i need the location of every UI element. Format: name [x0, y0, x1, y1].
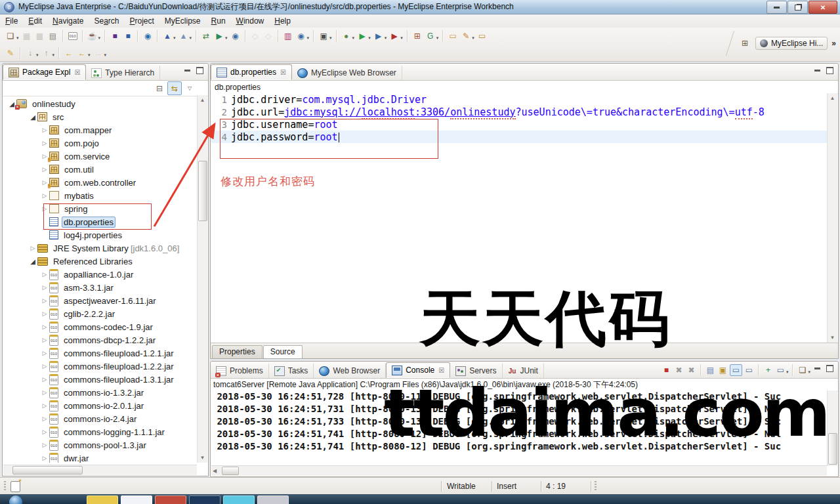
tree-item-commons-io-1-3-2-jar[interactable]: ▷010commons-io-1.3.2.jar	[3, 386, 197, 399]
run-history-icon[interactable]: ▶	[373, 30, 385, 42]
close-tab-icon[interactable]: ☒	[438, 367, 444, 374]
menu-project[interactable]: Project	[124, 15, 159, 27]
expand-icon[interactable]: ▷	[40, 429, 49, 435]
close-tab-icon[interactable]: ☒	[280, 69, 286, 76]
forward-history-icon-dropdown[interactable]: ▾	[104, 52, 107, 58]
expand-icon[interactable]: ▷	[40, 297, 49, 304]
perspective-myeclipse-button[interactable]: MyEclipse Hi...	[755, 37, 828, 50]
explorer-tab-type-hierarch[interactable]: Type Hierarch	[86, 66, 160, 80]
tree-item-commons-fileupload-1-2-1-jar[interactable]: ▷010commons-fileupload-1.2.1.jar	[3, 346, 197, 360]
run-secure-icon-dropdown[interactable]: ▾	[400, 35, 403, 41]
binary-file-icon[interactable]: 010	[67, 30, 79, 42]
expand-icon[interactable]: ▷	[28, 245, 37, 251]
tree-item-commons-logging-1-1-1-jar[interactable]: ▷010commons-logging-1.1.1.jar	[3, 425, 197, 438]
tree-item-asm-3-3-1-jar[interactable]: ▷010asm-3.3.1.jar	[3, 281, 197, 294]
launch-shortcut-icon[interactable]	[10, 481, 20, 492]
new-class-wizard-icon-dropdown[interactable]: ▾	[173, 35, 176, 41]
editor-maximize-icon[interactable]	[824, 66, 835, 75]
explorer-minimize-icon[interactable]	[182, 66, 193, 75]
sync-deploy-icon[interactable]: ⇄	[200, 30, 212, 42]
menu-file[interactable]: File	[0, 15, 23, 27]
tree-item-commons-dbcp-1-2-2-jar[interactable]: ▷010commons-dbcp-1.2.2.jar	[3, 333, 197, 346]
db-export-icon-dropdown[interactable]: ▾	[98, 35, 101, 41]
tree-item-commons-pool-1-3-jar[interactable]: ▷010commons-pool-1.3.jar	[3, 438, 197, 452]
deploy-server-icon[interactable]: ▶	[213, 30, 225, 42]
highlighter-icon[interactable]: ✎	[5, 47, 16, 59]
editor-line-2[interactable]: 2jdbc.url=jdbc:mysql://localhost:3306/on…	[211, 106, 827, 118]
menu-help[interactable]: Help	[269, 15, 296, 27]
back-history-icon-dropdown[interactable]: ▾	[88, 52, 91, 58]
tree-item-referenced-libraries[interactable]: ◢Referenced Libraries	[3, 255, 197, 268]
java-project-cube-icon[interactable]: ■	[109, 30, 121, 42]
debug-bug-icon-dropdown[interactable]: ▾	[352, 35, 355, 41]
run-icon-dropdown[interactable]: ▾	[368, 35, 371, 41]
console-horizontal-scrollbar[interactable]: ◀	[211, 465, 827, 476]
expand-icon[interactable]: ▷	[40, 455, 49, 461]
console-tab-tasks[interactable]: Tasks	[269, 364, 314, 378]
expand-icon[interactable]: ▷	[40, 127, 49, 133]
remove-launch-icon[interactable]: ✖	[673, 365, 684, 375]
view-menu-icon[interactable]: ▽	[183, 82, 196, 94]
taskbar-app[interactable]	[121, 495, 152, 504]
explorer-tab-package-expl[interactable]: Package Expl☒	[3, 64, 86, 80]
new-resource-wizard-icon-dropdown[interactable]: ▾	[190, 35, 192, 41]
console-maximize-icon[interactable]	[824, 364, 835, 373]
new-resource-wizard-icon[interactable]: ▲	[178, 30, 190, 42]
run-icon[interactable]: ▶	[356, 30, 368, 42]
scroll-lock-icon[interactable]: ▣	[717, 365, 728, 375]
deploy-server-icon-dropdown[interactable]: ▾	[225, 35, 228, 41]
expand-icon[interactable]: ▷	[40, 389, 49, 396]
search-pencil-icon-dropdown[interactable]: ▾	[472, 35, 474, 41]
editor-tab-myeclipse-web-browser[interactable]: MyEclipse Web Browser	[292, 66, 402, 80]
open-perspective-icon[interactable]: ⊞	[738, 37, 751, 50]
pin-icon[interactable]: +	[763, 365, 774, 375]
explorer-maximize-icon[interactable]	[194, 66, 205, 75]
close-tab-icon[interactable]: ☒	[74, 69, 80, 76]
expand-icon[interactable]: ▷	[40, 324, 49, 330]
web20-globe-icon[interactable]: ◉	[142, 30, 154, 42]
editor-tab-db-properties[interactable]: db.properties☒	[211, 64, 292, 80]
prev-annotation-icon[interactable]: ↑	[41, 47, 52, 59]
editor-line-1[interactable]: 1jdbc.driver=com.mysql.jdbc.Driver	[211, 93, 827, 106]
new-java-grid-icon[interactable]: ⊞	[411, 30, 423, 42]
start-orb-icon[interactable]	[9, 495, 22, 504]
tree-item-commons-fileupload-1-3-1-jar[interactable]: ▷010commons-fileupload-1.3.1.jar	[3, 373, 197, 386]
snapshot-camera-icon[interactable]: ▣	[318, 30, 329, 42]
terminate-icon[interactable]: ■	[661, 365, 672, 375]
run-history-icon-dropdown[interactable]: ▾	[385, 35, 387, 41]
editor-minimize-icon[interactable]	[812, 66, 823, 75]
link-with-editor-icon[interactable]: ⇆	[167, 81, 182, 95]
tree-item-commons-codec-1-9-jar[interactable]: ▷010commons-codec-1.9.jar	[3, 320, 197, 333]
tree-item-aopalliance-1-0-jar[interactable]: ▷010aopalliance-1.0.jar	[3, 268, 197, 281]
explorer-horizontal-scrollbar[interactable]	[3, 465, 197, 475]
editor-bottom-tab-source[interactable]: Source	[263, 345, 303, 358]
minimize-button[interactable]	[766, 1, 787, 14]
debug-bug-icon[interactable]: ●	[341, 30, 352, 42]
getting-started-icon[interactable]: G	[425, 30, 436, 42]
collapse-icon[interactable]: ◢	[28, 114, 37, 121]
menu-navigate[interactable]: Navigate	[47, 15, 89, 27]
next-annotation-icon[interactable]: ↓	[24, 47, 36, 59]
tree-item-commons-io-2-4-jar[interactable]: ▷010commons-io-2.4.jar	[3, 412, 197, 425]
expand-icon[interactable]: ▷	[40, 166, 49, 173]
tree-item-cglib-2-2-2-jar[interactable]: ▷010cglib-2.2.2.jar	[3, 307, 197, 320]
remove-all-launches-icon[interactable]: ✖	[686, 365, 697, 375]
getting-started-icon-dropdown[interactable]: ▾	[436, 35, 439, 41]
db-export-icon[interactable]: ☕	[87, 30, 98, 42]
taskbar-app[interactable]	[257, 495, 289, 504]
taskbar-app[interactable]	[87, 495, 118, 504]
run-secure-icon[interactable]: ▶	[388, 30, 400, 42]
back-history-icon[interactable]: ←	[76, 47, 88, 59]
menu-edit[interactable]: Edit	[23, 15, 47, 27]
expand-icon[interactable]: ▷	[40, 140, 49, 146]
tree-item-dwr-jar[interactable]: ▷010dwr.jar	[3, 452, 197, 463]
console-minimize-icon[interactable]	[812, 364, 823, 373]
search-pencil-icon[interactable]: ✎	[460, 30, 472, 42]
tree-item-commons-io-2-0-1-jar[interactable]: ▷010commons-io-2.0.1.jar	[3, 399, 197, 412]
menu-run[interactable]: Run	[206, 15, 231, 27]
report-web-icon-dropdown[interactable]: ▾	[307, 35, 310, 41]
restore-button[interactable]	[788, 1, 808, 14]
expand-icon[interactable]: ▷	[40, 310, 49, 317]
console-tab-web-browser[interactable]: Web Browser	[314, 364, 386, 378]
import-folder-icon[interactable]: ▭	[447, 30, 459, 42]
